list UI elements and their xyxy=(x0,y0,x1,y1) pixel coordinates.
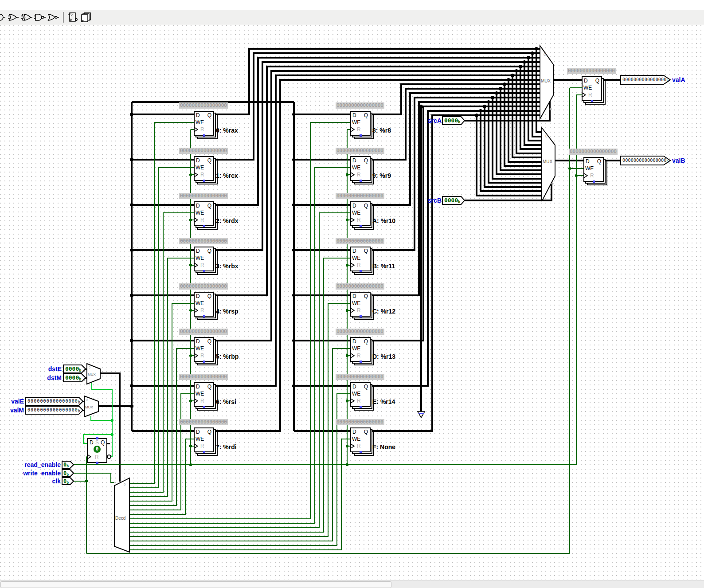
register-value: 0000000000000000 xyxy=(179,148,228,154)
we-pin-label: WE xyxy=(352,165,360,171)
register-value: 0000000000000000 xyxy=(179,238,228,244)
register-component[interactable]: 0000000000000000DQWER7: %rdi xyxy=(194,427,214,452)
q-pin-label: Q xyxy=(364,429,368,435)
decoder[interactable] xyxy=(114,478,129,552)
register-name-label: 3: %rbx xyxy=(216,263,239,270)
we-pin-label: WE xyxy=(196,391,204,397)
clock-triangle-icon xyxy=(194,172,198,177)
q-pin-label: Q xyxy=(364,203,368,209)
register-component[interactable]: 0000000000000000DQWER6: %rsi xyxy=(194,382,214,407)
register-component[interactable]: 0000000000000000DQWER3: %rbx xyxy=(194,247,214,271)
d-pin-label: D xyxy=(352,157,356,164)
register-component[interactable]: 0000000000000000DQWER5: %rbp xyxy=(194,337,214,362)
d-pin-label: D xyxy=(352,384,356,390)
srcB-label: srcB xyxy=(422,197,442,204)
register-box: DQWER xyxy=(194,111,214,136)
r-pin-label: R xyxy=(357,443,361,449)
read-enable-label: read_enable xyxy=(7,461,61,468)
register-component[interactable]: 0000000000000000DQWERC: %r12 xyxy=(350,292,371,317)
register-name-label: A: %r10 xyxy=(372,217,395,224)
valM-label: valM xyxy=(4,407,24,414)
we-pin-label: WE xyxy=(196,255,204,261)
register-value: 0000000000000000 xyxy=(179,374,228,380)
register-value: 0000000000000000 xyxy=(179,102,228,109)
register-component[interactable]: 0000000000000000DQWERE: %r14 xyxy=(350,382,371,407)
register-name-label: 8: %r8 xyxy=(372,127,391,134)
register-value: 0000000000000000 xyxy=(336,329,384,335)
register-box: DQWER xyxy=(350,247,371,271)
set-pin-dot xyxy=(96,437,98,439)
register-component[interactable]: 0000000000000000DQWERA: %r10 xyxy=(350,201,371,226)
reset-pin-dot xyxy=(360,225,362,227)
read-enable-value: 0b xyxy=(62,462,70,468)
r-pin-label: R xyxy=(200,262,204,268)
toggle-flipflop[interactable]: D S Q 0 R xyxy=(87,438,107,463)
register-component[interactable]: 0000000000000000DQWERF: None xyxy=(350,427,371,452)
d-pin-label: D xyxy=(352,293,356,299)
register-name-label: D: %r13 xyxy=(372,353,395,360)
register-box: DQWER xyxy=(350,292,371,317)
register-component[interactable]: 0000000000000000DQWERD: %r13 xyxy=(350,337,371,362)
register-value: 0000000000000000 xyxy=(336,102,384,109)
we-pin-label: WE xyxy=(352,436,360,442)
register-component[interactable]: 0000000000000000DQWERB: %r11 xyxy=(350,247,371,271)
valE-label: valE xyxy=(4,398,24,405)
register-name-label: 1: %rcx xyxy=(216,172,238,179)
register-box: DQWER xyxy=(350,382,371,407)
dst-mux-select: 0 xyxy=(89,366,90,369)
clock-triangle-icon xyxy=(350,172,355,177)
r-pin-label: R xyxy=(200,443,204,449)
r-pin-label: R xyxy=(200,398,204,404)
scrollbar-thumb[interactable] xyxy=(0,581,391,588)
reset-pin-dot xyxy=(203,134,205,137)
reset-pin-dot xyxy=(360,134,362,137)
register-name-label: 0: %rax xyxy=(216,127,238,134)
mux-enable-dot xyxy=(551,183,554,185)
register-component[interactable]: 0000000000000000DQWER2: %rdx xyxy=(194,201,214,226)
register-component[interactable]: 0000000000000000DQWER4: %rsp xyxy=(194,292,214,317)
register-component[interactable]: 0000000000000000DQWER0: %rax xyxy=(194,111,214,136)
register-name-label: 6: %rsi xyxy=(216,398,236,405)
register-value: 0000000000000000 xyxy=(336,238,384,244)
valB-register[interactable]: 0000000000000000 D Q WE R xyxy=(583,157,604,182)
d-pin-label: D xyxy=(352,112,356,118)
register-component[interactable]: 0000000000000000DQWER8: %r8 xyxy=(350,111,371,136)
register-value: 0000000000000000 xyxy=(336,283,384,290)
r-pin-label: R xyxy=(200,217,204,223)
r-pin-label: R xyxy=(590,172,594,179)
register-name-label: B: %r11 xyxy=(372,263,395,270)
register-box: DQWER xyxy=(350,201,371,226)
dstM-label: dstM xyxy=(42,374,62,381)
d-pin-label: D xyxy=(196,203,200,209)
d-pin-label: D xyxy=(586,158,590,165)
clock-triangle-icon xyxy=(350,217,355,223)
ground-icon xyxy=(418,412,425,418)
clock-triangle-icon xyxy=(194,308,198,313)
horizontal-scrollbar[interactable] xyxy=(0,580,704,588)
reset-pin-dot xyxy=(360,180,362,182)
valB-mux[interactable] xyxy=(542,128,555,201)
valA-value: 0000000000000000h xyxy=(622,77,669,83)
r-pin-label: R xyxy=(357,353,361,359)
we-pin-label: WE xyxy=(196,345,204,352)
register-name-label: 5: %rbp xyxy=(216,353,239,360)
we-pin-label: WE xyxy=(196,210,204,216)
we-pin-label: WE xyxy=(352,300,360,306)
register-box: DQWER xyxy=(194,427,214,452)
d-pin-label: D xyxy=(584,78,588,84)
register-box: DQWER xyxy=(350,337,371,362)
register-component[interactable]: 0000000000000000DQWER1: %rcx xyxy=(194,156,214,181)
register-value: 0000000000000000 xyxy=(179,193,228,199)
decoder-label: Decd xyxy=(115,516,125,521)
q-pin-label: Q xyxy=(364,157,368,164)
reset-pin-dot xyxy=(360,406,362,408)
register-value: 0000000000000000 xyxy=(336,193,384,199)
register-value: 0000000000000000 xyxy=(179,283,228,290)
ff-d-label: D xyxy=(90,439,94,446)
we-pin-label: WE xyxy=(352,391,360,397)
we-pin-label: WE xyxy=(196,119,204,125)
register-component[interactable]: 0000000000000000DQWER9: %r9 xyxy=(350,156,371,181)
clock-triangle-icon xyxy=(582,92,586,98)
clock-triangle-icon xyxy=(350,443,355,449)
valA-register[interactable]: 0000000000000000 D Q WE R xyxy=(582,76,602,101)
